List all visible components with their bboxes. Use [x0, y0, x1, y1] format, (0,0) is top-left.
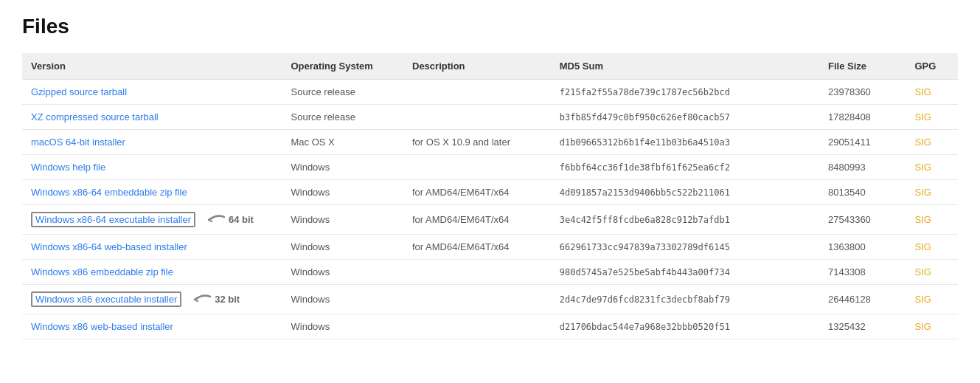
md5-cell: d1b09665312b6b1f4e11b03b6a4510a3	[551, 130, 819, 155]
md5-cell: d21706bdac544e7a968e32bbb0520f51	[551, 314, 819, 339]
filesize-cell: 17828408	[819, 105, 906, 130]
version-link[interactable]: macOS 64-bit installer	[31, 137, 125, 148]
gpg-cell[interactable]: SIG	[906, 155, 959, 180]
os-cell: Mac OS X	[282, 130, 404, 155]
table-row: macOS 64-bit installerMac OS Xfor OS X 1…	[22, 130, 958, 155]
version-link[interactable]: Windows x86 executable installer	[35, 294, 177, 305]
table-row: Windows x86-64 executable installer64 bi…	[22, 205, 958, 235]
md5-cell: f215fa2f55a78de739c1787ec56b2bcd	[551, 80, 819, 105]
filesize-cell: 26446128	[819, 285, 906, 314]
description-cell	[403, 105, 551, 130]
os-cell: Windows	[282, 260, 404, 285]
sig-link[interactable]: SIG	[915, 111, 931, 123]
version-cell: Windows x86-64 executable installer64 bi…	[22, 205, 282, 235]
gpg-cell[interactable]: SIG	[906, 235, 959, 260]
version-link[interactable]: Windows x86 web-based installer	[31, 321, 173, 332]
os-cell: Windows	[282, 314, 404, 339]
os-cell: Source release	[282, 80, 404, 105]
description-cell: for OS X 10.9 and later	[403, 130, 551, 155]
version-link[interactable]: Windows help file	[31, 162, 105, 173]
version-link[interactable]: Windows x86-64 web-based installer	[31, 241, 187, 252]
version-cell: macOS 64-bit installer	[22, 130, 282, 155]
description-cell	[403, 260, 551, 285]
sig-link[interactable]: SIG	[915, 162, 931, 173]
gpg-cell[interactable]: SIG	[906, 105, 959, 130]
sig-link[interactable]: SIG	[915, 214, 931, 225]
table-row: Windows x86 embeddable zip fileWindows98…	[22, 260, 958, 285]
md5-cell: f6bbf64cc36f1de38fbf61f625ea6cf2	[551, 155, 819, 180]
description-cell	[403, 155, 551, 180]
os-cell: Windows	[282, 205, 404, 235]
arrow-icon	[200, 213, 226, 227]
version-link[interactable]: Windows x86-64 embeddable zip file	[31, 187, 187, 198]
description-cell: for AMD64/EM64T/x64	[403, 180, 551, 205]
table-row: Windows x86-64 embeddable zip fileWindow…	[22, 180, 958, 205]
version-cell: Windows x86 web-based installer	[22, 314, 282, 339]
col-header-filesize: File Size	[819, 53, 906, 80]
version-cell: Windows x86-64 web-based installer	[22, 235, 282, 260]
md5-cell: 662961733cc947839a73302789df6145	[551, 235, 819, 260]
files-table: Version Operating System Description MD5…	[22, 53, 958, 339]
filesize-cell: 8480993	[819, 155, 906, 180]
md5-cell: 2d4c7de97d6fcd8231fc3decbf8abf79	[551, 285, 819, 314]
col-header-md5: MD5 Sum	[551, 53, 819, 80]
os-cell: Windows	[282, 155, 404, 180]
version-cell: Windows x86-64 embeddable zip file	[22, 180, 282, 205]
version-cell: Windows help file	[22, 155, 282, 180]
table-row: Windows x86 web-based installerWindowsd2…	[22, 314, 958, 339]
filesize-cell: 1325432	[819, 314, 906, 339]
sig-link[interactable]: SIG	[915, 241, 931, 252]
version-link[interactable]: Windows x86 embeddable zip file	[31, 266, 173, 277]
col-header-gpg: GPG	[906, 53, 959, 80]
os-cell: Windows	[282, 180, 404, 205]
version-link[interactable]: Gzipped source tarball	[31, 86, 127, 97]
table-header-row: Version Operating System Description MD5…	[22, 53, 958, 80]
filesize-cell: 1363800	[819, 235, 906, 260]
version-cell: Windows x86 executable installer32 bit	[22, 285, 282, 314]
table-row: XZ compressed source tarballSource relea…	[22, 105, 958, 130]
filesize-cell: 7143308	[819, 260, 906, 285]
page-title: Files	[22, 15, 958, 38]
col-header-description: Description	[403, 53, 551, 80]
table-row: Gzipped source tarballSource releasef215…	[22, 80, 958, 105]
arrow-icon	[186, 292, 212, 307]
version-cell: XZ compressed source tarball	[22, 105, 282, 130]
version-cell: Gzipped source tarball	[22, 80, 282, 105]
md5-cell: b3fb85fd479c0bf950c626ef80cacb57	[551, 105, 819, 130]
sig-link[interactable]: SIG	[915, 266, 931, 277]
filesize-cell: 27543360	[819, 205, 906, 235]
sig-link[interactable]: SIG	[915, 187, 931, 198]
md5-cell: 980d5745a7e525be5abf4b443a00f734	[551, 260, 819, 285]
description-cell: for AMD64/EM64T/x64	[403, 235, 551, 260]
table-row: Windows help fileWindowsf6bbf64cc36f1de3…	[22, 155, 958, 180]
gpg-cell[interactable]: SIG	[906, 80, 959, 105]
description-cell: for AMD64/EM64T/x64	[403, 205, 551, 235]
sig-link[interactable]: SIG	[915, 86, 931, 97]
arrow-label: 64 bit	[229, 214, 254, 225]
os-cell: Source release	[282, 105, 404, 130]
version-link[interactable]: XZ compressed source tarball	[31, 111, 159, 123]
gpg-cell[interactable]: SIG	[906, 285, 959, 314]
version-cell: Windows x86 embeddable zip file	[22, 260, 282, 285]
sig-link[interactable]: SIG	[915, 137, 931, 148]
version-link[interactable]: Windows x86-64 executable installer	[35, 214, 191, 225]
filesize-cell: 8013540	[819, 180, 906, 205]
filesize-cell: 23978360	[819, 80, 906, 105]
gpg-cell[interactable]: SIG	[906, 130, 959, 155]
description-cell	[403, 80, 551, 105]
md5-cell: 4d091857a2153d9406bb5c522b211061	[551, 180, 819, 205]
filesize-cell: 29051411	[819, 130, 906, 155]
gpg-cell[interactable]: SIG	[906, 260, 959, 285]
sig-link[interactable]: SIG	[915, 321, 931, 332]
os-cell: Windows	[282, 285, 404, 314]
sig-link[interactable]: SIG	[915, 294, 931, 305]
gpg-cell[interactable]: SIG	[906, 314, 959, 339]
arrow-label: 32 bit	[215, 294, 240, 305]
gpg-cell[interactable]: SIG	[906, 180, 959, 205]
col-header-os: Operating System	[282, 53, 404, 80]
description-cell	[403, 285, 551, 314]
col-header-version: Version	[22, 53, 282, 80]
description-cell	[403, 314, 551, 339]
os-cell: Windows	[282, 235, 404, 260]
gpg-cell[interactable]: SIG	[906, 205, 959, 235]
